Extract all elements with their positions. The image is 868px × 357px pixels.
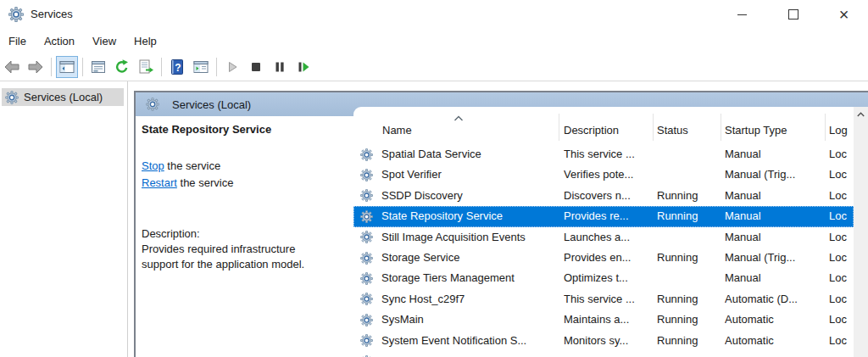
cell-status	[657, 165, 723, 185]
service-table-body: Spatial Data Service This service ... Ma…	[353, 144, 854, 357]
stop-service-button[interactable]	[245, 56, 267, 78]
table-row[interactable]: SysMain Maintains a... Running Automatic…	[353, 310, 854, 330]
window-title: Services	[31, 8, 73, 20]
table-row[interactable]: State Repository Service Provides re... …	[353, 206, 854, 226]
pause-service-button[interactable]	[269, 56, 291, 78]
restart-service-button[interactable]	[292, 56, 314, 78]
restart-icon	[295, 59, 312, 75]
menu-file[interactable]: File	[8, 31, 26, 51]
description-line-1: Provides required infrastructure	[142, 243, 295, 255]
table-row[interactable]: Spatial Data Service This service ... Ma…	[353, 144, 854, 165]
cell-status: Running	[657, 289, 723, 310]
cell-status: Running	[657, 310, 723, 330]
service-gear-icon	[360, 334, 373, 347]
stop-icon	[248, 59, 264, 75]
cell-description: Monitors sy...	[564, 331, 652, 351]
show-action-pane-button[interactable]	[190, 56, 212, 78]
menu-bar: File Action View Help	[0, 29, 868, 53]
table-row[interactable]: Storage Service Provides en... Running M…	[353, 248, 854, 268]
service-gear-icon	[360, 293, 373, 305]
vertical-scrollbar[interactable]	[854, 107, 868, 357]
stop-service-link[interactable]: Stop	[142, 159, 164, 172]
cell-status	[657, 144, 723, 165]
service-gear-icon	[360, 210, 373, 223]
menu-help[interactable]: Help	[134, 31, 157, 51]
toolbar-separator	[161, 58, 162, 76]
table-row[interactable]: SSDP Discovery Discovers n... Running Ma…	[353, 186, 854, 206]
services-icon	[5, 91, 19, 104]
sidebar-item-services-local[interactable]: Services (Local)	[2, 88, 124, 106]
cell-name: System Event Notification S...	[353, 331, 562, 351]
cell-name: Spatial Data Service	[353, 144, 562, 165]
chevron-up-icon	[857, 112, 865, 117]
cell-status	[657, 227, 723, 248]
minimize-icon	[737, 14, 747, 15]
cell-startup-type: Manual (Trig...	[725, 165, 826, 185]
console-content: Services (Local) Services (Local) State …	[0, 81, 868, 357]
cell-startup-type: Automatic (T...	[725, 351, 826, 357]
cell-log-on-as: Loc	[829, 331, 854, 351]
table-row[interactable]: Still Image Acquisition Events Launches …	[353, 227, 854, 248]
forward-button[interactable]	[25, 56, 47, 78]
cell-startup-type: Manual	[725, 206, 826, 226]
show-console-tree-button[interactable]	[56, 56, 78, 78]
table-row[interactable]: System Events Broker Coordinates... Runn…	[353, 351, 854, 357]
services-icon	[146, 98, 159, 111]
svg-text:?: ?	[175, 61, 181, 73]
back-button[interactable]	[1, 56, 23, 78]
restart-service-line: Restart the service	[142, 176, 233, 189]
start-service-button[interactable]	[221, 56, 243, 78]
column-separator	[721, 114, 721, 141]
cell-description: Provides re...	[564, 206, 652, 226]
cell-description: Discovers n...	[564, 186, 652, 206]
toolbar-separator	[216, 58, 217, 76]
table-row[interactable]: System Event Notification S... Monitors …	[353, 331, 854, 351]
cell-name: SSDP Discovery	[353, 186, 562, 206]
selected-service-title: State Repository Service	[142, 123, 271, 136]
cell-log-on-as: Loc	[829, 351, 854, 357]
cell-log-on-as: Loc	[829, 268, 854, 288]
menu-action[interactable]: Action	[44, 31, 75, 51]
service-gear-icon	[360, 231, 373, 243]
play-icon	[224, 59, 241, 75]
services-pane: Services (Local) State Repository Servic…	[134, 91, 868, 357]
maximize-button[interactable]	[774, 0, 812, 29]
column-separator	[653, 114, 654, 141]
service-gear-icon	[360, 272, 373, 285]
cell-startup-type: Manual	[725, 144, 826, 165]
table-row[interactable]: Spot Verifier Verifies pote... Manual (T…	[353, 165, 854, 185]
restart-service-suffix: the service	[177, 176, 233, 189]
column-header-startup-type[interactable]: Startup Type	[725, 124, 787, 137]
cell-log-on-as: Loc	[829, 206, 854, 226]
stop-service-line: Stop the service	[142, 159, 220, 172]
cell-startup-type: Manual	[725, 268, 826, 288]
column-header-description[interactable]: Description	[564, 124, 619, 137]
service-table-header: Name Description Status Startup Type Log	[353, 107, 854, 144]
cell-log-on-as: Loc	[829, 165, 854, 185]
table-row[interactable]: Storage Tiers Management Optimizes t... …	[353, 268, 854, 288]
restart-service-link[interactable]: Restart	[142, 176, 177, 189]
table-row[interactable]: Sync Host_c29f7 This service ... Running…	[353, 289, 854, 310]
help-button[interactable]: ?	[166, 56, 188, 78]
cell-startup-type: Manual (Trig...	[725, 248, 826, 268]
menu-view[interactable]: View	[92, 31, 116, 51]
cell-status: Running	[657, 331, 723, 351]
sidebar-item-label: Services (Local)	[24, 91, 103, 103]
properties-button[interactable]	[87, 56, 109, 78]
cell-description: Coordinates...	[564, 351, 652, 357]
scrollbar-up-button[interactable]	[854, 107, 868, 121]
maximize-icon	[788, 9, 798, 20]
cell-startup-type: Manual	[725, 227, 826, 248]
minimize-button[interactable]	[723, 0, 761, 29]
service-list: Name Description Status Startup Type Log…	[353, 107, 868, 357]
cell-name: Still Image Acquisition Events	[353, 227, 562, 248]
export-list-button[interactable]	[135, 56, 157, 78]
description-label: Description:	[142, 227, 200, 240]
column-header-name[interactable]: Name	[382, 124, 412, 137]
refresh-button[interactable]	[111, 56, 133, 78]
column-header-status[interactable]: Status	[657, 124, 688, 137]
toolbar-separator	[51, 58, 52, 76]
cell-startup-type: Automatic	[725, 331, 826, 351]
column-header-log-on-as[interactable]: Log	[829, 124, 848, 137]
close-button[interactable]: ×	[825, 0, 863, 29]
